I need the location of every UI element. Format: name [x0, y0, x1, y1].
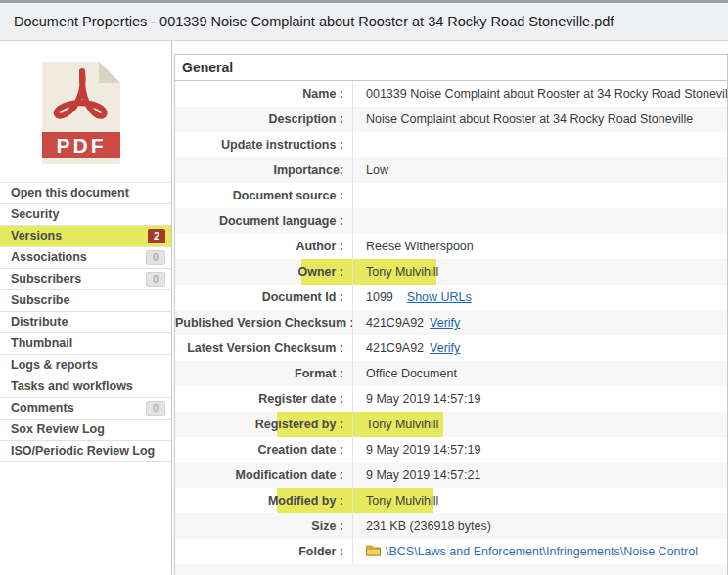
row-register-date: Register date : 9 May 2019 14:57:19	[175, 386, 727, 412]
field-label: Owner :	[175, 259, 352, 285]
comments-count-badge: 0	[146, 401, 165, 416]
verify-link[interactable]: Verify	[430, 341, 460, 355]
pdf-label: PDF	[57, 134, 107, 156]
field-label: Author :	[175, 234, 352, 259]
sidebar-item-label: ISO/Periodic Review Log	[11, 444, 155, 458]
sidebar-item-label: Sox Review Log	[11, 422, 105, 436]
field-label: Update instructions :	[175, 132, 352, 157]
field-value: 231 KB (236918 bytes)	[352, 513, 727, 539]
sidebar-menu: Open this document Security Versions 2 A…	[0, 182, 171, 462]
field-value: 421C9A92Verify	[352, 335, 727, 361]
row-latest-version-checksum: Latest Version Checksum : 421C9A92Verify	[175, 335, 727, 361]
row-published-version-checksum: Published Version Checksum : 421C9A92Ver…	[175, 310, 727, 335]
field-value: 9 May 2019 14:57:19	[352, 386, 727, 412]
sidebar-item-associations[interactable]: Associations 0	[0, 246, 171, 268]
field-value: Tony Mulvihill	[352, 488, 727, 513]
sidebar-item-label: Open this document	[11, 186, 129, 199]
checksum-value: 421C9A92	[366, 316, 424, 330]
document-properties-dialog: Document Properties - 001339 Noise Compl…	[0, 0, 728, 575]
subscribers-count-badge: 0	[146, 272, 165, 287]
sidebar-item-label: Comments	[11, 401, 74, 415]
row-creation-date: Creation date : 9 May 2019 14:57:19	[175, 437, 727, 463]
field-value: \BCS\Laws and Enforcement\Infringements\…	[352, 539, 727, 564]
sidebar-item-label: Security	[11, 207, 59, 221]
sidebar-item-iso-periodic-review-log[interactable]: ISO/Periodic Review Log	[0, 440, 171, 462]
field-label: Format :	[175, 361, 352, 386]
row-name: Name : 001339 Noise Complaint about Roos…	[175, 81, 727, 107]
field-value	[352, 132, 727, 157]
field-label: Published Version Checksum :	[175, 310, 352, 335]
field-value: 9 May 2019 14:57:21	[352, 463, 727, 488]
row-description: Description : Noise Complaint about Roos…	[175, 107, 727, 132]
field-value: 9 May 2019 14:57:19	[352, 437, 727, 463]
properties-table: Name : 001339 Noise Complaint about Roos…	[175, 81, 727, 575]
sidebar-item-label: Thumbnail	[11, 336, 72, 350]
sidebar-item-thumbnail[interactable]: Thumbnail	[0, 332, 171, 354]
field-label: Latest Version Checksum :	[175, 335, 352, 361]
row-update-instructions: Update instructions :	[175, 132, 727, 157]
row-modified-by: Modified by : Tony Mulvihill	[175, 488, 727, 513]
field-label	[175, 564, 352, 575]
folder-icon	[366, 545, 381, 556]
associations-count-badge: 0	[146, 250, 165, 265]
sidebar-item-open-this-document[interactable]: Open this document	[0, 182, 171, 203]
field-value	[352, 183, 727, 208]
sidebar-item-distribute[interactable]: Distribute	[0, 311, 171, 332]
field-label: Document language :	[175, 208, 352, 234]
row-owner: Owner : Tony Mulvihill	[175, 259, 727, 285]
show-urls-link[interactable]: Show URLs	[407, 290, 472, 304]
row-folder: Folder : \BCS\Laws and Enforcement\Infri…	[175, 539, 727, 564]
sidebar-item-label: Subscribe	[11, 293, 69, 307]
field-value: Reese Witherspoon	[352, 234, 727, 259]
field-label: Size :	[175, 513, 352, 539]
empty-row	[175, 564, 727, 575]
row-importance: Importance: Low	[175, 157, 727, 183]
row-registered-by: Registered by : Tony Mulvihill	[175, 412, 727, 437]
field-label: Modified by :	[175, 488, 352, 513]
field-label: Document source :	[175, 183, 352, 208]
field-value: Tony Mulvihill	[352, 412, 727, 437]
sidebar-item-sox-review-log[interactable]: Sox Review Log	[0, 419, 171, 440]
sidebar-item-logs-reports[interactable]: Logs & reports	[0, 354, 171, 376]
field-value: Noise Complaint about Rooster at 34 Rock…	[352, 107, 727, 132]
row-modification-date: Modification date : 9 May 2019 14:57:21	[175, 463, 727, 488]
field-value: 1099Show URLs	[352, 285, 727, 310]
row-size: Size : 231 KB (236918 bytes)	[175, 513, 727, 539]
sidebar-item-subscribe[interactable]: Subscribe	[0, 289, 171, 311]
sidebar-item-versions[interactable]: Versions 2	[0, 225, 171, 246]
sidebar-item-label: Versions	[11, 229, 62, 243]
field-label: Description :	[175, 107, 352, 132]
row-document-id: Document Id : 1099Show URLs	[175, 285, 727, 310]
folder-path-link[interactable]: \BCS\Laws and Enforcement\Infringements\…	[386, 545, 698, 558]
document-id-value: 1099	[366, 290, 393, 304]
row-document-source: Document source :	[175, 183, 727, 208]
field-value: Low	[352, 157, 727, 183]
general-panel-title: General	[175, 55, 727, 81]
sidebar-item-label: Associations	[11, 250, 87, 264]
row-author: Author : Reese Witherspoon	[175, 234, 727, 259]
field-value: 001339 Noise Complaint about Rooster at …	[352, 81, 727, 107]
field-label: Document Id :	[175, 285, 352, 310]
sidebar-item-comments[interactable]: Comments 0	[0, 397, 171, 419]
general-panel: General Name : 001339 Noise Complaint ab…	[174, 54, 728, 575]
field-value: Tony Mulvihill	[352, 259, 727, 285]
pdf-file-icon: PDF	[42, 62, 120, 164]
sidebar-item-subscribers[interactable]: Subscribers 0	[0, 268, 171, 289]
row-format: Format : Office Document	[175, 361, 727, 386]
field-label: Importance:	[175, 157, 352, 183]
field-value: Office Document	[352, 361, 727, 386]
sidebar: PDF Open this document Security Versions…	[0, 41, 172, 575]
dialog-title: Document Properties - 001339 Noise Compl…	[14, 14, 614, 29]
field-label: Modification date :	[175, 463, 352, 488]
verify-link[interactable]: Verify	[430, 316, 460, 330]
sidebar-item-tasks-workflows[interactable]: Tasks and workflows	[0, 376, 171, 397]
dialog-titlebar: Document Properties - 001339 Noise Compl…	[0, 3, 728, 41]
field-value: 421C9A92Verify	[352, 310, 727, 335]
sidebar-item-security[interactable]: Security	[0, 203, 171, 225]
row-document-language: Document language :	[175, 208, 727, 234]
sidebar-item-label: Subscribers	[11, 272, 81, 286]
versions-count-badge: 2	[148, 229, 165, 243]
field-label: Creation date :	[175, 437, 352, 463]
field-label: Registered by :	[175, 412, 352, 437]
field-label: Name :	[175, 81, 352, 107]
